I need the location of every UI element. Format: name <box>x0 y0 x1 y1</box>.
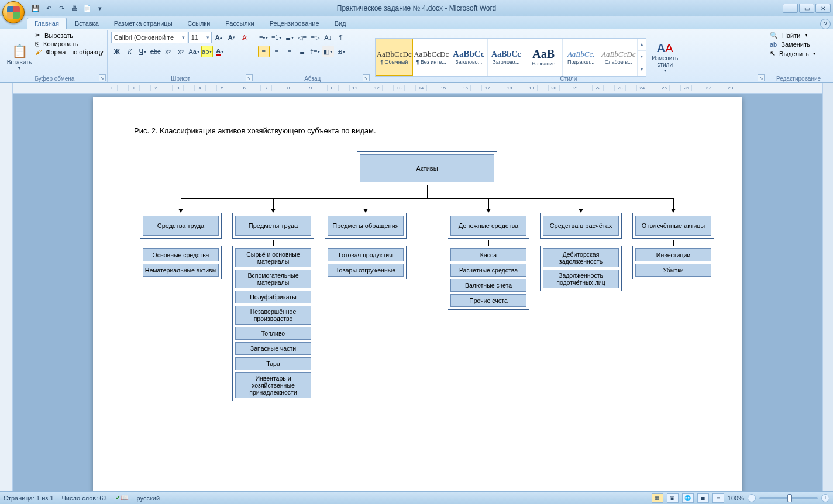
subscript-button[interactable]: x2 <box>163 46 174 57</box>
paste-button[interactable]: 📋 Вставить ▾ <box>6 32 33 82</box>
help-button[interactable]: ? <box>820 19 831 29</box>
replace-button[interactable]: ab Заменить <box>770 41 827 48</box>
page[interactable]: Рис. 2. Классификация активов хозяйствую… <box>93 97 742 491</box>
maximize-button[interactable]: ▭ <box>799 4 814 13</box>
tab-page-layout[interactable]: Разметка страницы <box>107 18 180 29</box>
decrease-indent-button[interactable]: ◁≡ <box>297 32 308 43</box>
qat-more-icon[interactable]: ▾ <box>95 3 105 13</box>
tab-mailings[interactable]: Рассылки <box>218 18 261 29</box>
find-button[interactable]: 🔍 Найти ▾ <box>770 32 827 39</box>
select-button[interactable]: ↖ Выделить ▾ <box>770 50 827 57</box>
figure-caption: Рис. 2. Классификация активов хозяйствую… <box>134 126 701 135</box>
change-styles-button[interactable]: AA Изменить стили ▾ <box>649 40 681 74</box>
font-launcher[interactable]: ↘ <box>246 74 253 81</box>
style-item[interactable]: AaBbCc.Подзагол... <box>563 39 600 76</box>
line-spacing-button[interactable]: ‡≡ <box>309 46 321 57</box>
zoom-level[interactable]: 100% <box>728 495 744 502</box>
replace-icon: ab <box>770 41 777 48</box>
ruler-mark: 13 <box>394 85 405 91</box>
align-left-button[interactable]: ≡ <box>258 46 270 57</box>
tab-view[interactable]: Вид <box>328 18 353 29</box>
numbering-button[interactable]: ≡1 <box>271 32 283 43</box>
font-size-combo[interactable]: 11 <box>188 32 212 43</box>
style-item[interactable]: AaBbCcЗаголово... <box>450 39 488 76</box>
diagram-category-label: Денежные средства <box>450 216 526 236</box>
ruler-mark: · <box>161 85 173 91</box>
document-scroll[interactable]: 1·1·2·3·4·5·6·7·8·9·10·11·12·13·14·15·16… <box>13 83 822 491</box>
bullets-button[interactable]: ≡• <box>258 32 270 43</box>
vertical-scrollbar[interactable] <box>822 83 833 491</box>
view-outline[interactable]: ≣ <box>697 493 709 503</box>
tab-home[interactable]: Главная <box>27 18 67 29</box>
tab-references[interactable]: Ссылки <box>181 18 218 29</box>
highlight-button[interactable]: ab <box>201 46 213 57</box>
close-button[interactable]: ✕ <box>815 4 831 13</box>
diagram-item: Основные средства <box>143 248 219 261</box>
paragraph-launcher[interactable]: ↘ <box>363 74 370 81</box>
font-color-button[interactable]: A <box>214 46 226 57</box>
clipboard-launcher[interactable]: ↘ <box>99 74 106 81</box>
status-page[interactable]: Страница: 1 из 1 <box>4 495 54 502</box>
align-center-button[interactable]: ≡ <box>271 46 283 57</box>
shrink-font-button[interactable]: A▾ <box>226 32 237 43</box>
style-scroll-button[interactable]: ▾ <box>638 51 646 63</box>
style-item[interactable]: AaBbCcDc¶ Без инте... <box>413 39 450 76</box>
grow-font-button[interactable]: A▴ <box>213 32 225 43</box>
save-icon[interactable]: 💾 <box>30 3 41 13</box>
status-words[interactable]: Число слов: 63 <box>62 495 107 502</box>
multilevel-button[interactable]: ≣ <box>284 32 295 43</box>
zoom-slider[interactable] <box>759 497 818 499</box>
strike-button[interactable]: abc <box>150 46 161 57</box>
justify-button[interactable]: ≣ <box>297 46 308 57</box>
copy-button[interactable]: ⎘ Копировать <box>35 40 104 47</box>
ruler-mark: 7 <box>261 85 272 91</box>
style-item[interactable]: AaBbCcЗаголово... <box>488 39 525 76</box>
align-right-button[interactable]: ≡ <box>284 46 295 57</box>
bold-button[interactable]: Ж <box>111 46 123 57</box>
tab-review[interactable]: Рецензирование <box>263 18 326 29</box>
styles-launcher[interactable]: ↘ <box>758 74 765 81</box>
show-marks-button[interactable]: ¶ <box>335 32 347 43</box>
undo-icon[interactable]: ↶ <box>43 3 54 13</box>
ruler-mark: 9 <box>305 85 316 91</box>
style-item[interactable]: AaBbCcDcСлабое в... <box>600 39 638 76</box>
superscript-button[interactable]: x2 <box>175 46 187 57</box>
diagram-item: Полуфабрикаты <box>235 291 311 303</box>
clear-formatting-button[interactable]: A̷ <box>239 32 250 43</box>
view-print-layout[interactable]: ▦ <box>652 493 663 503</box>
office-button[interactable] <box>2 1 25 23</box>
ruler-mark: 1 <box>129 85 140 91</box>
borders-button[interactable]: ⊞ <box>335 46 347 57</box>
style-item[interactable]: AaBbCcDc¶ Обычный <box>376 39 413 76</box>
tab-insert[interactable]: Вставка <box>68 18 106 29</box>
underline-button[interactable]: Ч <box>137 46 149 57</box>
zoom-out-button[interactable]: − <box>748 494 756 502</box>
style-scroll-button[interactable]: ▴ <box>638 39 646 51</box>
redo-icon[interactable]: ↷ <box>56 3 67 13</box>
status-language[interactable]: русский <box>137 495 160 502</box>
style-more-button[interactable]: ▾ <box>638 63 646 75</box>
replace-label: Заменить <box>781 41 810 48</box>
vertical-ruler[interactable] <box>0 83 13 491</box>
diagram-item: Незавершённое производство <box>235 306 311 325</box>
zoom-thumb[interactable] <box>787 494 792 502</box>
font-family-combo[interactable]: Calibri (Основной те <box>111 32 187 43</box>
preview-icon[interactable]: 📄 <box>82 3 92 13</box>
horizontal-ruler[interactable]: 1·1·2·3·4·5·6·7·8·9·10·11·12·13·14·15·16… <box>13 83 822 94</box>
quick-print-icon[interactable]: 🖶 <box>69 3 80 13</box>
view-draft[interactable]: ≡ <box>712 493 724 503</box>
sort-button[interactable]: A↓ <box>322 32 334 43</box>
view-full-screen[interactable]: ▣ <box>667 493 679 503</box>
format-painter-button[interactable]: 🖌 Формат по образцу <box>35 49 104 56</box>
ruler-mark: · <box>250 85 261 91</box>
style-item[interactable]: AaBНазвание <box>525 39 563 76</box>
status-proofing-icon[interactable]: ✔📖 <box>115 494 129 502</box>
view-web-layout[interactable]: 🌐 <box>682 493 694 503</box>
change-case-button[interactable]: Aa <box>188 46 200 57</box>
increase-indent-button[interactable]: ≡▷ <box>309 32 321 43</box>
shading-button[interactable]: ◧ <box>322 46 334 57</box>
zoom-in-button[interactable]: + <box>821 494 829 502</box>
cut-button[interactable]: ✂ Вырезать <box>35 32 104 39</box>
italic-button[interactable]: К <box>124 46 136 57</box>
minimize-button[interactable]: — <box>783 4 798 13</box>
